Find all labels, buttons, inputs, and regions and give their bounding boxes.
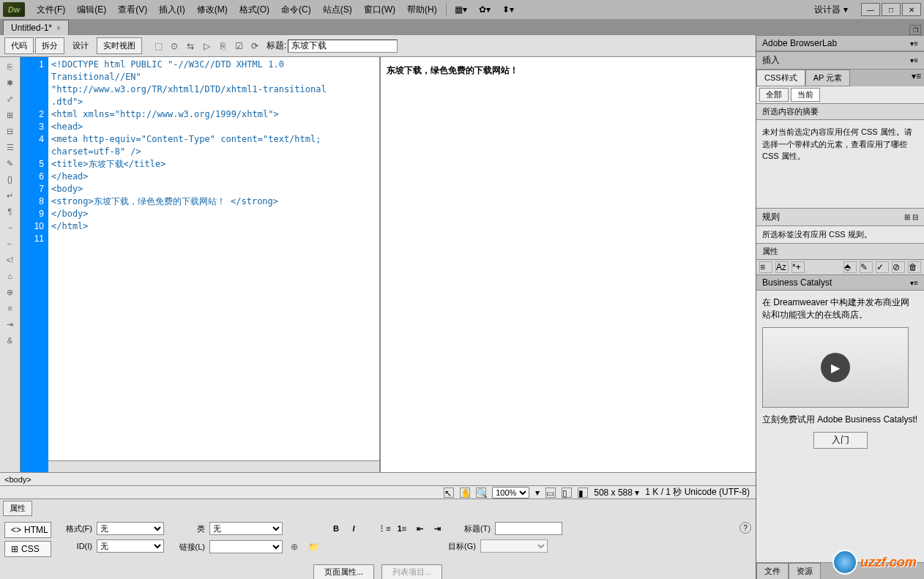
show-category-icon[interactable]: ≡ — [759, 261, 772, 273]
page-properties-button[interactable]: 页面属性... — [313, 564, 374, 579]
format-select[interactable]: 无 — [97, 522, 164, 535]
autoindent-icon[interactable]: ⇥ — [3, 318, 18, 331]
title-prop-input[interactable] — [495, 522, 562, 535]
validate-icon[interactable]: ☑ — [231, 39, 246, 53]
css-current-button[interactable]: 当前 — [791, 88, 820, 102]
new-rule-icon[interactable]: ✎ — [860, 261, 873, 273]
browse-file-icon[interactable]: 📁 — [306, 539, 321, 554]
tag-selector[interactable]: <body> — [0, 472, 756, 485]
play-icon[interactable]: ▶ — [821, 353, 850, 382]
extend-icon[interactable]: ✿▾ — [477, 2, 492, 17]
edit-rule-icon[interactable]: ✓ — [876, 261, 889, 273]
bc-video-thumbnail[interactable]: ▶ — [762, 327, 909, 408]
css-mode-button[interactable]: ⊞CSS — [4, 541, 51, 557]
show-list-icon[interactable]: Az — [775, 261, 789, 273]
css-styles-tab[interactable]: CSS样式 — [756, 70, 805, 86]
maximize-button[interactable]: □ — [882, 3, 901, 16]
point-to-file-icon[interactable]: ⊕ — [287, 539, 302, 554]
menu-help[interactable]: 帮助(H) — [401, 1, 443, 18]
outdent-icon[interactable]: ← — [3, 237, 18, 250]
help-icon[interactable]: ? — [739, 522, 751, 534]
comment-icon[interactable]: <! — [3, 253, 18, 266]
html-mode-button[interactable]: <>HTML — [4, 522, 51, 538]
menu-view[interactable]: 查看(V) — [112, 1, 153, 18]
window-size-icon[interactable]: ▭ — [545, 488, 556, 498]
hand-tool-icon[interactable]: ✋ — [460, 488, 470, 498]
ol-button[interactable]: 1≡ — [395, 523, 409, 534]
assets-tab[interactable]: 资源 — [789, 563, 821, 579]
files-tab[interactable]: 文件 — [756, 563, 789, 579]
menu-edit[interactable]: 编辑(E) — [71, 1, 112, 18]
select-parent-icon[interactable]: ⊞ — [3, 108, 18, 122]
id-select[interactable]: 无 — [97, 539, 164, 553]
site-icon[interactable]: ⬍▾ — [501, 2, 515, 17]
phone-icon[interactable]: ▮ — [578, 488, 588, 498]
title-input[interactable] — [288, 40, 398, 53]
select-tool-icon[interactable]: ↖ — [444, 488, 454, 498]
open-docs-icon[interactable]: ⎘ — [3, 60, 18, 73]
code-editor[interactable]: <!DOCTYPE html PUBLIC "-//W3C//DTD XHTML… — [48, 57, 379, 472]
split-view-button[interactable]: 拆分 — [35, 37, 64, 54]
close-button[interactable]: ✕ — [902, 3, 921, 16]
file-mgmt-icon[interactable]: ⎘ — [215, 39, 230, 53]
ul-button[interactable]: ⋮≡ — [378, 523, 391, 534]
menu-insert[interactable]: 插入(I) — [153, 1, 190, 18]
css-all-button[interactable]: 全部 — [759, 88, 789, 102]
format-source-icon[interactable]: ≡ — [3, 302, 18, 315]
code-view[interactable]: 1234567891011 <!DOCTYPE html PUBLIC "-//… — [21, 57, 381, 472]
target-select[interactable] — [480, 539, 548, 553]
zoom-select[interactable]: 100% — [492, 487, 529, 498]
close-tab-icon[interactable]: × — [56, 24, 61, 32]
live-view-button[interactable]: 实时视图 — [97, 37, 142, 54]
properties-tab[interactable]: 属性 — [3, 501, 32, 516]
disable-css-icon[interactable]: ⊘ — [892, 261, 905, 273]
ap-elements-tab[interactable]: AP 元素 — [805, 70, 851, 86]
horizontal-scrollbar[interactable] — [48, 460, 379, 472]
italic-button[interactable]: I — [347, 523, 360, 534]
recent-snippets-icon[interactable]: ⌂ — [3, 269, 18, 283]
browserlab-panel-header[interactable]: Adobe BrowserLab▾≡ — [756, 35, 924, 51]
delete-css-icon[interactable]: 🗑 — [908, 261, 921, 273]
tablet-icon[interactable]: ▯ — [562, 488, 572, 498]
restore-document-button[interactable]: ❐ — [909, 25, 921, 35]
balance-icon[interactable]: ⊟ — [3, 124, 18, 138]
attach-css-icon[interactable]: ⬘ — [843, 261, 857, 273]
show-set-icon[interactable]: *+ — [791, 261, 805, 273]
syntax-icon[interactable]: {} — [3, 173, 18, 186]
server-icon[interactable]: ⇆ — [183, 39, 198, 53]
refresh-icon[interactable]: ⟳ — [247, 39, 262, 53]
zoom-tool-icon[interactable]: 🔍 — [476, 488, 486, 498]
menu-commands[interactable]: 命令(C) — [275, 1, 317, 18]
menu-format[interactable]: 格式(O) — [234, 1, 275, 18]
layout-icon[interactable]: ▦▾ — [454, 2, 469, 17]
bc-start-button[interactable]: 入门 — [813, 432, 868, 449]
menu-site[interactable]: 站点(S) — [317, 1, 358, 18]
indent-icon[interactable]: → — [3, 221, 18, 234]
design-view-button[interactable]: 设计 — [66, 37, 95, 54]
live-code-icon[interactable]: ⬚ — [151, 39, 165, 53]
expand-icon[interactable]: ⤢ — [3, 92, 18, 105]
code-view-button[interactable]: 代码 — [4, 37, 34, 54]
link-select[interactable] — [209, 540, 283, 553]
inspect-icon[interactable]: ⊙ — [167, 39, 182, 53]
outdent-button[interactable]: ⇤ — [413, 523, 426, 534]
move-css-icon[interactable]: ⊕ — [3, 285, 18, 299]
collapse-icon[interactable]: ✱ — [3, 76, 18, 89]
menu-window[interactable]: 窗口(W) — [358, 1, 401, 18]
bold-button[interactable]: B — [329, 523, 343, 534]
hidden-chars-icon[interactable]: ¶ — [3, 205, 18, 218]
menu-modify[interactable]: 修改(M) — [191, 1, 234, 18]
line-num-icon[interactable]: ☰ — [3, 141, 18, 154]
menu-file[interactable]: 文件(F) — [31, 1, 71, 18]
highlight-icon[interactable]: ✎ — [3, 157, 18, 170]
business-catalyst-header[interactable]: Business Catalyst▾≡ — [756, 274, 924, 291]
indent-button[interactable]: ⇥ — [431, 523, 444, 534]
class-select[interactable]: 无 — [209, 522, 283, 535]
document-tab[interactable]: Untitled-1* × — [3, 20, 69, 35]
workspace-switcher[interactable]: 设计器▾ — [807, 1, 855, 18]
preview-icon[interactable]: ▷ — [199, 39, 214, 53]
snippets-icon[interactable]: & — [3, 334, 18, 347]
insert-panel-header[interactable]: 插入▾≡ — [756, 51, 924, 70]
minimize-button[interactable]: — — [861, 3, 880, 16]
word-wrap-icon[interactable]: ↵ — [3, 189, 18, 202]
